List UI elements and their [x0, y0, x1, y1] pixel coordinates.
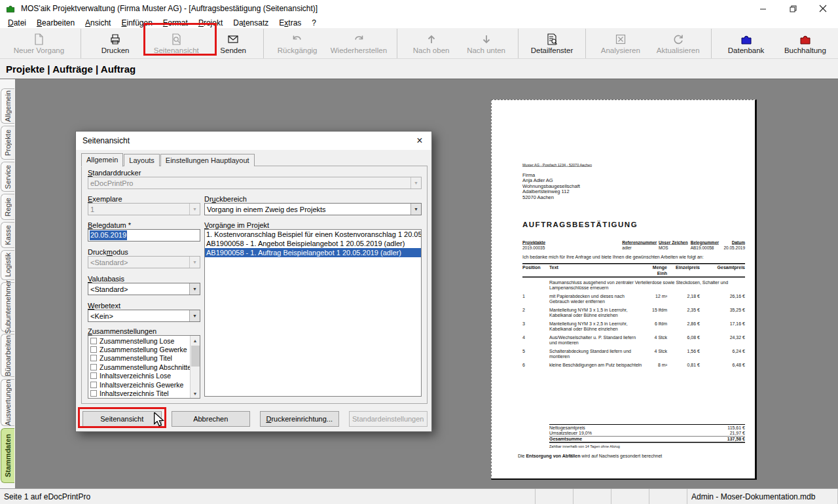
- address-line: Firma: [522, 172, 745, 178]
- envelope-icon: [227, 33, 240, 46]
- toolbar-button[interactable]: Buchhaltung: [775, 29, 835, 58]
- dialog-titlebar[interactable]: Seitenansicht ×: [76, 132, 431, 150]
- checkbox-unchecked-icon[interactable]: [90, 346, 97, 353]
- valutabasis-combobox[interactable]: <Standard> ▼: [88, 283, 200, 295]
- address-line: Anja Adler AG: [522, 177, 745, 183]
- payment-note: Zahlbar innerhalb von 14 Tagen ohne Abzu…: [549, 444, 745, 450]
- dialog-button[interactable]: Druckereinrichtung...: [260, 411, 339, 427]
- menu-item[interactable]: Ansicht: [80, 18, 116, 28]
- vorgaenge-listbox[interactable]: 1. Kostenvoranschlag Beispiel für einen …: [204, 229, 422, 397]
- werbetext-combobox[interactable]: <Kein> ▼: [88, 310, 200, 322]
- sidebar-tab[interactable]: Regie: [1, 194, 14, 220]
- chevron-down-icon[interactable]: ▼: [189, 257, 200, 268]
- restore-button[interactable]: [778, 0, 808, 17]
- checkbox-item[interactable]: Zusammenstellung Titel: [88, 354, 190, 363]
- sidebar-tab[interactable]: Service: [1, 162, 14, 192]
- breadcrumb-item[interactable]: Aufträge: [45, 63, 93, 75]
- menu-item[interactable]: Datei: [3, 18, 31, 28]
- meta-column: Datum 20.05.2019: [723, 240, 745, 251]
- toolbar-button[interactable]: Analysieren: [591, 29, 650, 58]
- scroll-down-icon[interactable]: ▼: [193, 389, 198, 398]
- detail-window-icon: [545, 33, 558, 46]
- menu-item[interactable]: Projekt: [193, 18, 228, 28]
- chevron-down-icon[interactable]: ▼: [189, 204, 200, 215]
- checkbox-unchecked-icon[interactable]: [90, 355, 97, 361]
- menu-item[interactable]: Format: [158, 18, 193, 28]
- checkbox-unchecked-icon[interactable]: [90, 372, 97, 379]
- scrollbar-thumb[interactable]: [191, 346, 200, 367]
- menu-item[interactable]: Einfügen: [116, 18, 157, 28]
- toolbar-button[interactable]: Nach oben: [403, 29, 459, 58]
- checkbox-item[interactable]: Zusammenstellung Gewerke: [88, 345, 190, 353]
- close-icon[interactable]: ×: [408, 132, 431, 150]
- toolbar-button[interactable]: Detailfenster: [524, 29, 585, 58]
- standarddrucker-combobox[interactable]: eDocPrintPro ▼: [88, 177, 422, 189]
- menu-item[interactable]: Extras: [274, 18, 306, 28]
- chevron-down-icon[interactable]: ▼: [189, 283, 200, 295]
- dialog-tab[interactable]: Layouts: [124, 154, 160, 166]
- toolbar-button[interactable]: Seitenansicht: [144, 29, 208, 58]
- druckmodus-combobox[interactable]: <Standard> ▼: [88, 256, 200, 268]
- total-row: Gesamtsumme 137,58 €: [549, 436, 745, 443]
- toolbar-button[interactable]: Senden: [208, 29, 264, 58]
- redo-icon: [352, 33, 365, 46]
- chevron-down-icon[interactable]: ▼: [410, 204, 421, 215]
- sidebar-tab[interactable]: Subunternehmer: [1, 282, 14, 332]
- list-item[interactable]: AB1900058 - 1. Angebot Beispielangebot 1…: [205, 239, 421, 248]
- list-item[interactable]: 1. Kostenvoranschlag Beispiel für einen …: [205, 230, 421, 239]
- sidebar-tab[interactable]: Projekte: [1, 126, 14, 160]
- sidebar-tab[interactable]: Kasse: [1, 222, 14, 248]
- table-row: 1 mit Papierabdecken und dieses nach Geb…: [522, 293, 745, 307]
- checkbox-item[interactable]: Zusammenstellung Lose: [88, 336, 190, 345]
- menu-item[interactable]: Bearbeiten: [31, 18, 80, 28]
- sidebar-tab[interactable]: Büroarbeiten: [1, 334, 14, 377]
- druckbereich-combobox[interactable]: Vorgang in einem Zweig des Projekts ▼: [204, 203, 422, 215]
- checkbox-item[interactable]: Inhaltsverzeichnis Titel: [88, 389, 190, 397]
- sidebar-tab[interactable]: Logistik: [1, 250, 14, 280]
- dialog-button[interactable]: Seitenansicht: [82, 411, 162, 427]
- dialog-button[interactable]: Standardeinstellungen: [349, 411, 428, 427]
- checklist-scrollbar[interactable]: ▲ ▼: [190, 336, 200, 398]
- sidebar-tab[interactable]: Auswertungen: [1, 379, 14, 426]
- menu-bar: DateiBearbeitenAnsichtEinfügenFormatProj…: [0, 17, 838, 29]
- checkbox-item[interactable]: Inhaltsverzeichnis Lose: [88, 372, 190, 380]
- toolbar-button[interactable]: Aktualisieren: [650, 29, 712, 58]
- belegdatum-input[interactable]: 20.05.2019: [88, 229, 200, 242]
- checkbox-item[interactable]: Zusammenstellung Abschnitte: [88, 363, 190, 371]
- toolbar-button[interactable]: Nach unten: [460, 29, 519, 58]
- toolbar-button[interactable]: Datenbank: [717, 29, 774, 58]
- dialog-tab[interactable]: Allgemein: [81, 153, 123, 167]
- toolbar-button[interactable]: Neuer Vorgang: [3, 29, 81, 58]
- sender-line: Muster AG - Postfach 1234 - 52070 Aachen: [522, 162, 745, 168]
- sidebar-tab[interactable]: Stammdaten: [1, 428, 14, 483]
- dialog-tab[interactable]: Einstellungen Hauptlayout: [160, 154, 255, 166]
- checkbox-unchecked-icon[interactable]: [90, 382, 97, 388]
- menu-item[interactable]: ?: [306, 18, 321, 28]
- module-tab-strip: AllgemeinProjekteServiceRegieKasseLogist…: [0, 79, 15, 488]
- scroll-up-icon[interactable]: ▲: [193, 336, 198, 345]
- toolbar-button[interactable]: Drucken: [86, 29, 144, 58]
- table-row: 3 Mantelleitung NYM 3 x 2,5 in Leerrohr,…: [522, 321, 745, 334]
- exemplare-combobox[interactable]: 1 ▼: [88, 203, 200, 215]
- table-row: 5 Schalterabdeckung Standard liefern und…: [522, 348, 745, 362]
- checkbox-unchecked-icon[interactable]: [90, 390, 97, 397]
- menu-item[interactable]: Datensatz: [228, 18, 274, 28]
- dialog-button[interactable]: Abbrechen: [172, 411, 251, 427]
- checkbox-unchecked-icon[interactable]: [90, 338, 97, 344]
- checkbox-unchecked-icon[interactable]: [90, 364, 97, 370]
- belegdatum-label: Belegdatum *: [88, 221, 131, 229]
- breadcrumb-item[interactable]: Projekte: [6, 63, 45, 75]
- zusammenstellungen-list[interactable]: Zusammenstellung Lose Zusammenstellung G…: [88, 335, 200, 399]
- minimize-button[interactable]: [748, 0, 778, 17]
- chevron-down-icon[interactable]: ▼: [189, 310, 200, 321]
- toolbar-button[interactable]: Rückgängig: [269, 29, 325, 58]
- sidebar-tab[interactable]: Allgemein: [1, 88, 14, 124]
- total-row: Nettogesamtpreis 115,61 €: [549, 425, 745, 431]
- chevron-down-icon[interactable]: ▼: [410, 177, 421, 189]
- close-icon[interactable]: [808, 0, 838, 17]
- window-title: MOS'aik Projektverwaltung (Firma Muster …: [21, 4, 318, 13]
- toolbar-button[interactable]: Wiederherstellen: [325, 29, 397, 58]
- list-item[interactable]: AB1900058 - 1. Auftrag Beispielangebot 1…: [205, 248, 421, 257]
- breadcrumb-item[interactable]: Auftrag: [93, 63, 136, 75]
- checkbox-item[interactable]: Inhaltsverzeichnis Gewerke: [88, 380, 190, 389]
